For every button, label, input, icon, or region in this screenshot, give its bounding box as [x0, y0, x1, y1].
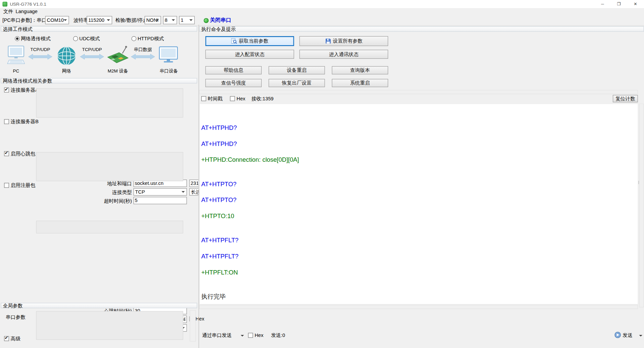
log-line: +HTPHD:Connection: close[0D][0A] — [201, 152, 638, 168]
log-line: +HTPFLT:ON — [201, 264, 638, 280]
system-restart-button[interactable]: 系统重启 — [332, 79, 388, 87]
advanced-checkbox[interactable] — [4, 336, 9, 341]
log-line: AT+HTPFLT? — [201, 232, 638, 248]
log-line: AT+HTPTO? — [201, 192, 638, 208]
send-icon[interactable] — [614, 332, 621, 338]
arrow-left-right-icon — [130, 53, 155, 60]
menu-language[interactable]: Language — [14, 8, 39, 15]
global-fieldbox: 串口波特率 115200 检验/数据/停止 NONE 8 1 打包时间(ms) … — [36, 311, 183, 340]
factory-reset-button[interactable]: 恢复出厂设置 — [269, 79, 325, 87]
reset-count-button[interactable]: 复位计数 — [613, 95, 638, 102]
advanced-label[interactable]: 高级 — [11, 335, 20, 342]
app-window: USR-G776 V1.0.1 ─ ❐ ✕ 文件 Language [PC串口参… — [0, 0, 644, 348]
help-info-button[interactable]: 帮助信息 — [205, 66, 262, 74]
enter-comm-button[interactable]: 进入通讯状态 — [300, 50, 388, 59]
close-serial-button[interactable]: 关闭串口 — [210, 17, 231, 23]
frame-label: 检验/数据/停止 — [115, 17, 148, 23]
enter-config-button[interactable]: 进入配置状态 — [205, 50, 294, 59]
timestamp-label[interactable]: 时间戳 — [208, 95, 223, 102]
register-checkbox[interactable] — [4, 183, 9, 188]
conn-type-select[interactable]: TCP — [133, 188, 187, 196]
pc-serial-label: [PC串口参数]：串口号 — [2, 17, 51, 23]
stopbits-select[interactable]: 1 — [179, 16, 195, 24]
menu-bar: 文件 Language — [0, 8, 644, 15]
timeout-input[interactable] — [133, 197, 187, 204]
serial-toolbar: [PC串口参数]：串口号 COM10 波特率 115200 检验/数据/停止 N… — [0, 15, 644, 26]
m2m-label: M2M 设备 — [103, 67, 133, 74]
close-icon[interactable]: ✕ — [629, 0, 642, 8]
log-hscrollbar[interactable]: ◄ ► — [199, 305, 638, 309]
send-button[interactable]: 发送 — [623, 331, 643, 339]
set-params-button[interactable]: 设置所有参数 — [300, 36, 388, 46]
heartbeat-label[interactable]: 启用心跳包 — [11, 150, 35, 157]
radio-udc-mode-label[interactable]: UDC模式 — [79, 35, 100, 42]
com-port-select[interactable]: COM10 — [45, 16, 69, 24]
conn-type-label: 连接类型 — [85, 189, 132, 196]
timestamp-checkbox[interactable] — [201, 96, 206, 101]
heartbeat-fieldbox: 心跳时间(秒) 心跳数据 Hex 心跳发送方式 向服务器发送心跳包 — [36, 152, 183, 181]
minimize-icon[interactable]: ─ — [596, 0, 609, 8]
get-params-button[interactable]: 获取当前参数 — [205, 36, 294, 46]
recv-count: 接收:1359 — [251, 95, 273, 102]
device-restart-button[interactable]: 设备重启 — [269, 66, 325, 74]
parity-select[interactable]: NONI — [145, 16, 161, 24]
server-b-label[interactable]: 连接服务器B — [11, 118, 39, 125]
global-params-header: 全局参数 — [1, 303, 197, 308]
server-a-checkbox[interactable] — [4, 88, 9, 93]
register-label[interactable]: 启用注册包 — [11, 182, 35, 189]
send-count: 发送:0 — [271, 332, 285, 339]
log-vscrollbar[interactable]: ▲ ▼ — [639, 104, 644, 307]
query-signal-button[interactable]: 查信号强度 — [205, 79, 262, 87]
window-title: USR-G776 V1.0.1 — [10, 0, 46, 8]
get-params-label: 获取当前参数 — [239, 38, 268, 45]
serial-open-led-icon — [204, 18, 209, 23]
network-globe-icon — [57, 46, 76, 66]
heartbeat-checkbox[interactable] — [4, 151, 9, 156]
send-via-dropdown[interactable]: 通过串口发送 — [202, 331, 245, 339]
log-line: +HTPTO:10 — [201, 208, 638, 224]
log-line: AT+HTPHD? — [201, 136, 638, 152]
databits-select[interactable]: 8 — [163, 16, 177, 24]
radio-udc-mode[interactable] — [73, 36, 78, 41]
recv-hex-checkbox[interactable] — [230, 96, 235, 101]
radio-httpd-mode[interactable] — [131, 36, 137, 41]
serial-device-icon — [159, 45, 179, 67]
command-hscrollbar[interactable]: ◄ ► — [199, 90, 638, 94]
radio-transparent-mode[interactable] — [15, 36, 20, 41]
receive-log[interactable]: AT+HTPHD? AT+HTPHD? +HTPHD:Connection: c… — [199, 104, 638, 305]
send-hex-checkbox[interactable] — [248, 333, 253, 338]
arrow2-label: TCP/UDP — [80, 46, 104, 53]
log-line: 执行完毕 — [201, 289, 638, 305]
server-a-label[interactable]: 连接服务器A — [11, 87, 39, 93]
arrow-left-right-icon — [28, 53, 52, 60]
set-params-label: 设置所有参数 — [333, 38, 362, 45]
radio-transparent-mode-label[interactable]: 网络透传模式 — [21, 35, 50, 42]
reconnect-fieldbox: 最大重连次数 — [36, 221, 183, 234]
save-icon — [325, 38, 331, 44]
m2m-device-icon — [107, 44, 129, 66]
query-version-button[interactable]: 查询版本 — [332, 66, 388, 74]
work-mode-header: 选择工作模式 — [1, 26, 197, 32]
title-bar: USR-G776 V1.0.1 ─ ❐ ✕ — [0, 0, 644, 8]
log-line: AT+HTPFLT? — [201, 248, 638, 264]
arrow1-label: TCP/UDP — [28, 46, 52, 53]
server-a-fieldbox: 地址和端口 连接类型 TCP 长连 超时时间(秒) — [36, 88, 183, 117]
menu-file[interactable]: 文件 — [2, 8, 15, 15]
left-panel-scrollbar[interactable]: ▲ ▼ — [190, 310, 196, 341]
app-icon — [2, 2, 7, 7]
radio-httpd-mode-label[interactable]: HTTPD模式 — [138, 35, 164, 42]
arrow-left-right-icon — [80, 53, 104, 60]
timeout-label: 超时时间(秒) — [85, 198, 132, 204]
send-hex-label[interactable]: Hex — [255, 332, 263, 339]
command-header: 执行命令及提示 — [199, 26, 644, 32]
baud-select[interactable]: 115200 — [87, 16, 112, 24]
maximize-icon[interactable]: ❐ — [613, 0, 625, 8]
hb-hex-label[interactable]: Hex — [196, 315, 204, 322]
server-b-checkbox[interactable] — [4, 119, 9, 124]
recv-hex-label[interactable]: Hex — [236, 95, 245, 102]
log-line: AT+HTPTO? — [201, 176, 638, 192]
serial-device-label: 串口设备 — [156, 67, 181, 74]
log-line — [201, 224, 638, 232]
log-line: AT+HTPHD? — [201, 119, 638, 136]
addr-port-label: 地址和端口 — [85, 181, 132, 187]
